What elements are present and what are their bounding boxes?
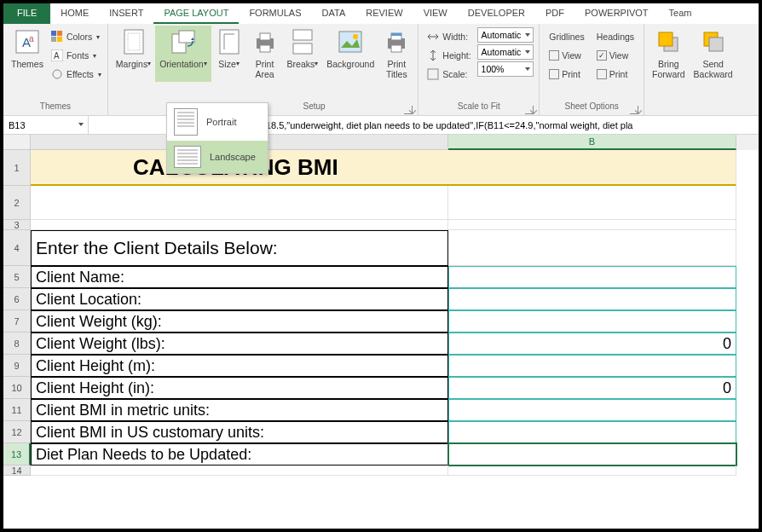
row-header[interactable]: 9	[3, 355, 31, 377]
checkbox-icon	[549, 69, 559, 79]
cell[interactable]	[31, 186, 448, 220]
cell[interactable]: Client Name:	[31, 266, 448, 288]
tab-developer[interactable]: DEVELOPER	[458, 3, 535, 24]
cell[interactable]	[448, 466, 736, 476]
cell[interactable]: Client Location:	[31, 288, 448, 310]
row-header[interactable]: 8	[3, 332, 31, 355]
cell[interactable]: 0	[448, 377, 736, 399]
tab-home[interactable]: HOME	[50, 3, 99, 24]
background-button[interactable]: Background	[322, 26, 378, 82]
sheet-launcher[interactable]	[630, 106, 638, 114]
row-header[interactable]: 4	[3, 230, 31, 266]
tab-team[interactable]: Team	[659, 3, 702, 24]
svg-rect-6	[57, 37, 62, 42]
gridlines-view-checkbox[interactable]: View	[546, 46, 586, 65]
cell[interactable]: Enter the Client Details Below:	[31, 230, 448, 266]
width-row: Width:	[424, 27, 473, 46]
group-label-scale: Scale to Fit	[422, 101, 535, 115]
headings-view-checkbox[interactable]: ✓View	[594, 46, 637, 65]
tab-insert[interactable]: INSERT	[99, 3, 153, 24]
cell[interactable]: Client Height (m):	[31, 355, 448, 377]
row-header[interactable]: 2	[3, 186, 31, 220]
cell[interactable]: Client BMI in US customary units:	[31, 421, 448, 443]
bring-forward-button[interactable]: Bring Forward	[648, 26, 690, 82]
row-header[interactable]: 14	[3, 466, 31, 476]
ribbon: Aa Themes Colors▾ AFonts▾ Effects▾ Theme…	[3, 24, 759, 116]
cell[interactable]	[448, 355, 736, 377]
orientation-dropdown: Portrait Landscape	[166, 102, 268, 174]
cell[interactable]	[448, 266, 736, 288]
cell[interactable]: Client Height (in):	[31, 377, 448, 399]
size-button[interactable]: Size▾	[211, 26, 247, 82]
orientation-landscape[interactable]: Landscape	[167, 141, 268, 173]
tab-view[interactable]: VIEW	[413, 3, 458, 24]
height-icon	[426, 49, 440, 62]
row-header[interactable]: 11	[3, 399, 31, 421]
height-combo[interactable]: Automatic	[477, 44, 534, 60]
formula-input[interactable]: =IF(B11<18.5,"underweight, diet plan nee…	[222, 120, 759, 130]
orientation-portrait[interactable]: Portrait	[167, 103, 268, 141]
colors-button[interactable]: Colors▾	[48, 27, 104, 46]
headings-print-checkbox[interactable]: Print	[594, 65, 637, 84]
cell[interactable]	[448, 443, 736, 466]
cell[interactable]	[448, 310, 736, 332]
gridlines-print-checkbox[interactable]: Print	[546, 65, 586, 84]
row-header[interactable]: 1	[3, 150, 31, 186]
cell[interactable]	[448, 220, 736, 230]
width-icon	[426, 30, 440, 43]
page-setup-launcher[interactable]	[404, 106, 413, 114]
select-all-corner[interactable]	[3, 135, 31, 150]
width-combo[interactable]: Automatic	[477, 27, 534, 43]
tab-pdf[interactable]: PDF	[535, 3, 574, 24]
row-header[interactable]: 5	[3, 266, 31, 288]
column-header-b[interactable]: B	[448, 135, 736, 150]
cell[interactable]: Client Weight (kg):	[31, 310, 448, 332]
send-backward-button[interactable]: Send Backward	[690, 26, 737, 82]
cell[interactable]	[448, 421, 736, 443]
print-titles-icon	[383, 28, 410, 55]
cell[interactable]	[448, 186, 736, 220]
effects-button[interactable]: Effects▾	[48, 65, 104, 84]
row-header[interactable]: 13	[3, 443, 31, 466]
breaks-button[interactable]: Breaks▾	[283, 26, 323, 82]
row-header[interactable]: 7	[3, 310, 31, 332]
cell[interactable]: Diet Plan Needs to be Updated:	[31, 443, 448, 466]
tab-review[interactable]: REVIEW	[355, 3, 413, 24]
cell[interactable]: 0	[448, 332, 736, 355]
print-area-icon	[251, 28, 279, 55]
print-titles-button[interactable]: Print Titles	[378, 26, 414, 82]
gridlines-header: Gridlines	[546, 27, 586, 46]
cell[interactable]	[448, 230, 736, 266]
row-header[interactable]: 6	[3, 288, 31, 310]
scale-combo[interactable]: 100%	[477, 61, 534, 77]
cell[interactable]: Client BMI in metric units:	[31, 399, 448, 421]
row-header[interactable]: 10	[3, 377, 31, 399]
print-area-button[interactable]: Print Area	[247, 26, 283, 82]
row-header[interactable]: 3	[3, 220, 31, 230]
name-box[interactable]: B13	[3, 116, 89, 134]
tab-powerpivot[interactable]: POWERPIVOT	[574, 3, 659, 24]
scale-row: Scale:	[424, 65, 473, 84]
scale-launcher[interactable]	[525, 106, 534, 114]
svg-rect-3	[51, 31, 56, 36]
tab-file[interactable]: FILE	[3, 3, 50, 24]
svg-rect-27	[391, 33, 401, 36]
row-header[interactable]: 12	[3, 421, 31, 443]
cell[interactable]	[31, 220, 448, 230]
fonts-button[interactable]: AFonts▾	[48, 46, 104, 65]
tab-page-layout[interactable]: PAGE LAYOUT	[153, 3, 239, 24]
cell[interactable]: CALCULATING BMI	[31, 150, 736, 186]
margins-button[interactable]: Margins▾	[112, 26, 155, 82]
landscape-icon	[174, 146, 201, 168]
cell[interactable]: Client Weight (lbs):	[31, 332, 448, 355]
orientation-button[interactable]: Orientation▾	[155, 26, 211, 82]
cell[interactable]	[448, 288, 736, 310]
headings-header: Headings	[594, 27, 637, 46]
cell[interactable]	[448, 399, 736, 421]
tab-data[interactable]: DATA	[312, 3, 356, 24]
worksheet-grid[interactable]: A B 1CALCULATING BMI234Enter the Client …	[3, 135, 759, 529]
cell[interactable]	[31, 466, 448, 476]
themes-button[interactable]: Aa Themes	[7, 26, 48, 82]
svg-text:A: A	[54, 51, 60, 61]
tab-formulas[interactable]: FORMULAS	[239, 3, 311, 24]
